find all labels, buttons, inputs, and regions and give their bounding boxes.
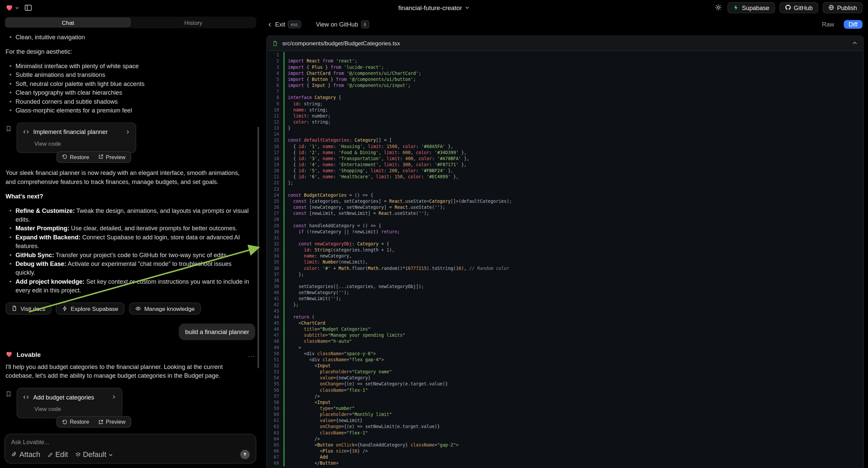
toggle-sidebar-button[interactable] bbox=[23, 2, 33, 12]
tab-chat[interactable]: Chat bbox=[6, 18, 130, 27]
line-content: placeholder="Monthly limit" bbox=[283, 412, 863, 418]
code-line: 1 bbox=[267, 52, 863, 58]
preview-label: Preview bbox=[106, 154, 125, 160]
line-number: 29 bbox=[267, 223, 283, 229]
code-line: 8interface Category { bbox=[267, 95, 863, 101]
view-code-link[interactable]: View code bbox=[34, 404, 116, 413]
line-content bbox=[283, 235, 863, 241]
line-content: <ChartCard bbox=[283, 320, 863, 326]
chevron-up-icon[interactable] bbox=[852, 40, 858, 46]
bullet-item: Clean, intuitive navigation bbox=[6, 33, 249, 41]
code-line: 23 bbox=[267, 186, 863, 192]
line-content: limit: Number(newLimit), bbox=[283, 259, 863, 265]
line-content: id: string; bbox=[283, 101, 863, 107]
code-change-card[interactable]: Add budget categories View code bbox=[17, 387, 122, 418]
code-line: 53 placeholder="Category name" bbox=[267, 369, 863, 375]
code-line: 14 bbox=[267, 131, 863, 137]
design-heading: For the design aesthetic: bbox=[6, 47, 252, 56]
explore-supabase-button[interactable]: Explore Supabase bbox=[56, 302, 124, 314]
attach-button[interactable]: Attach bbox=[11, 450, 40, 459]
line-number: 47 bbox=[267, 332, 283, 339]
edit-label: Edit bbox=[55, 450, 68, 459]
line-content bbox=[283, 216, 863, 223]
line-number: 45 bbox=[267, 320, 283, 326]
line-number: 24 bbox=[267, 193, 283, 198]
code-line: 29 const handleAddCategory = () => { bbox=[267, 223, 863, 229]
bullet-item: Add project knowledge: Set key context o… bbox=[6, 276, 249, 294]
raw-toggle[interactable]: Raw bbox=[818, 20, 839, 29]
preview-button[interactable]: Preview bbox=[94, 153, 129, 161]
code-line: 17 { id: '2', name: 'Food & Dining', lim… bbox=[267, 150, 863, 156]
message-menu-button[interactable]: ... bbox=[248, 352, 255, 356]
code-line: 10 name: string; bbox=[267, 107, 863, 113]
chevron-down-icon bbox=[15, 5, 20, 10]
diff-toggle[interactable]: Diff bbox=[843, 20, 863, 29]
chat-scrollbar-thumb[interactable] bbox=[257, 127, 259, 368]
line-number: 19 bbox=[267, 162, 283, 168]
line-number: 68 bbox=[267, 460, 283, 466]
visit-docs-button[interactable]: Visit docs bbox=[6, 302, 52, 314]
line-content: id: String(categories.length + 1), bbox=[283, 247, 863, 253]
code-line: 55 onChange={(e) => setNewCategory(e.tar… bbox=[267, 381, 863, 387]
code-line: 31 bbox=[267, 235, 863, 241]
settings-button[interactable] bbox=[714, 3, 723, 12]
file-header[interactable]: src/components/budget/BudgetCategories.t… bbox=[267, 36, 863, 51]
code-line: 9 id: string; bbox=[267, 101, 863, 107]
mode-selector[interactable]: Default bbox=[75, 450, 113, 459]
line-content: color: '#' + Math.floor(Math.random()*16… bbox=[283, 265, 863, 271]
line-content: <Button onClick={handleAddCategory} clas… bbox=[283, 442, 863, 448]
explore-supabase-label: Explore Supabase bbox=[71, 305, 118, 312]
line-content: > bbox=[283, 345, 863, 351]
restore-button[interactable]: Restore bbox=[58, 153, 93, 161]
bookmark-icon[interactable] bbox=[6, 125, 12, 132]
bullet-item: Clean typography with clear hierarchies bbox=[6, 88, 249, 97]
supabase-bolt-icon bbox=[62, 305, 67, 311]
tab-history[interactable]: History bbox=[131, 18, 255, 27]
line-content bbox=[283, 131, 863, 137]
restore-button[interactable]: Restore bbox=[58, 418, 93, 426]
line-number: 58 bbox=[267, 400, 283, 406]
chat-input[interactable] bbox=[11, 439, 250, 445]
line-content: { id: '1', name: 'Housing', limit: 1500,… bbox=[283, 143, 863, 149]
lovable-heart-icon bbox=[6, 351, 13, 357]
bullet-item: Expand with Backend: Connect Supabase to… bbox=[6, 232, 249, 250]
line-number: 3 bbox=[267, 64, 283, 70]
chat-messages[interactable]: Clean, intuitive navigation For the desi… bbox=[0, 29, 261, 430]
exit-button[interactable]: Exit esc bbox=[268, 21, 301, 28]
view-on-github-button[interactable]: View on GitHub 6 bbox=[316, 21, 369, 28]
send-button[interactable] bbox=[240, 450, 250, 459]
github-button[interactable]: GitHub bbox=[779, 2, 818, 13]
project-name-menu[interactable]: financial-future-creator bbox=[398, 4, 470, 11]
github-icon bbox=[785, 4, 791, 10]
project-name: financial-future-creator bbox=[398, 4, 462, 11]
code-change-card[interactable]: Implement financial planner View code bbox=[17, 122, 136, 153]
manage-knowledge-button[interactable]: Manage knowledge bbox=[129, 302, 201, 314]
publish-button[interactable]: Publish bbox=[823, 2, 863, 13]
line-number: 57 bbox=[267, 393, 283, 400]
view-on-github-label: View on GitHub bbox=[316, 21, 358, 28]
bullet-text: Clean, intuitive navigation bbox=[16, 34, 85, 40]
edit-button[interactable]: Edit bbox=[48, 450, 68, 459]
view-code-link[interactable]: View code bbox=[34, 139, 130, 148]
code-line: 20 { id: '5', name: 'Shopping', limit: 2… bbox=[267, 168, 863, 174]
line-content: className="flex-1" bbox=[283, 387, 863, 393]
code-viewer[interactable]: 12import React from 'react';3import { Pl… bbox=[267, 51, 863, 468]
line-number: 22 bbox=[267, 180, 283, 186]
line-number: 32 bbox=[267, 241, 283, 247]
code-line: 13} bbox=[267, 125, 863, 131]
bookmark-icon[interactable] bbox=[6, 390, 12, 397]
code-line: 24const BudgetCategories = () => { bbox=[267, 193, 863, 198]
code-line: 48 className="h-auto" bbox=[267, 339, 863, 345]
preview-button[interactable]: Preview bbox=[94, 418, 129, 426]
line-number: 30 bbox=[267, 229, 283, 235]
supabase-icon bbox=[733, 4, 739, 10]
paperclip-icon bbox=[11, 451, 17, 458]
line-content bbox=[283, 89, 863, 95]
supabase-button[interactable]: Supabase bbox=[727, 2, 775, 13]
line-content: import ChartCard from '@/components/ui/C… bbox=[283, 70, 863, 77]
design-bullet-list: Minimalist interface with plenty of whit… bbox=[6, 61, 249, 115]
line-content: } bbox=[283, 125, 863, 131]
line-content: import React from 'react'; bbox=[283, 58, 863, 64]
lovable-logo-menu[interactable] bbox=[6, 4, 20, 11]
exit-label: Exit bbox=[275, 21, 285, 28]
